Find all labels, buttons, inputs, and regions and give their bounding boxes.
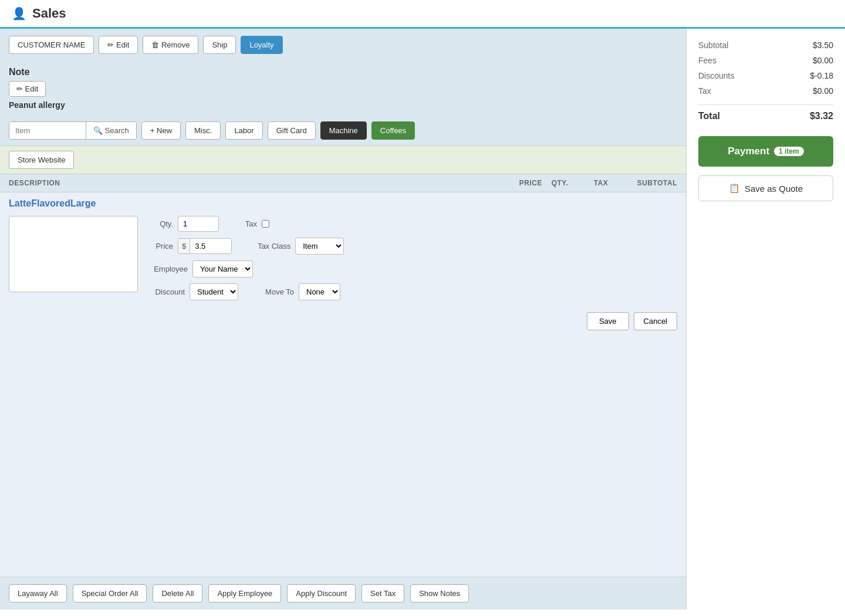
remove-button[interactable]: 🗑 Remove: [143, 36, 198, 54]
tax-class-select[interactable]: Item None Custom: [295, 238, 344, 255]
discounts-row: Discounts $-0.18: [698, 71, 833, 80]
tax-value: $0.00: [813, 86, 833, 96]
tax-label: Tax: [698, 86, 711, 96]
tax-class-label: Tax Class: [249, 242, 290, 251]
delete-all-button[interactable]: Delete All: [153, 584, 202, 603]
gift-card-button[interactable]: Gift Card: [268, 121, 316, 140]
item-action-row: Save Cancel: [147, 312, 677, 330]
discounts-value: $-0.18: [810, 71, 833, 80]
coffees-button[interactable]: Coffees: [371, 121, 415, 140]
payment-item-count: 1 item: [774, 147, 804, 156]
tax-checkbox[interactable]: [262, 220, 269, 228]
customer-bar: CUSTOMER NAME ✏ Edit 🗑 Remove Ship Loyal…: [0, 29, 686, 61]
apply-discount-button[interactable]: Apply Discount: [287, 584, 356, 603]
item-fields: Qty. Tax Price $: [147, 216, 677, 330]
price-input[interactable]: [190, 239, 231, 253]
qty-label: Qty.: [147, 219, 173, 228]
subtotal-value: $3.50: [813, 40, 833, 50]
apply-employee-button[interactable]: Apply Employee: [208, 584, 281, 603]
table-header: DESCRIPTION PRICE QTY. TAX SUBTOTAL: [0, 174, 686, 192]
left-panel: CUSTOMER NAME ✏ Edit 🗑 Remove Ship Loyal…: [0, 29, 687, 610]
fees-label: Fees: [698, 56, 716, 65]
edit-button[interactable]: ✏ Edit: [99, 36, 138, 54]
right-panel: Subtotal $3.50 Fees $0.00 Discounts $-0.…: [687, 29, 845, 610]
employee-field-row: Employee Your Name Other: [147, 260, 677, 277]
search-button[interactable]: 🔍 Search: [86, 122, 136, 139]
save-quote-label: Save as Quote: [745, 184, 803, 194]
subtotal-row: Subtotal $3.50: [698, 40, 833, 50]
app-title: Sales: [32, 6, 66, 21]
item-search-group: 🔍 Search: [9, 121, 137, 140]
moveto-select[interactable]: None Other: [299, 283, 340, 300]
price-dollar-symbol: $: [178, 239, 190, 253]
price-input-group: $: [178, 238, 232, 254]
moveto-field-row: Move To None Other: [256, 283, 340, 300]
main-layout: CUSTOMER NAME ✏ Edit 🗑 Remove Ship Loyal…: [0, 29, 845, 610]
note-text: Peanut allergy: [9, 100, 677, 110]
note-title: Note: [9, 67, 677, 77]
price-taxclass-row: Price $ Tax Class Item None Custom: [147, 238, 677, 255]
bottom-bar: Layaway All Special Order All Delete All…: [0, 577, 686, 610]
payment-button[interactable]: Payment 1 item: [698, 136, 833, 167]
subtotal-label: Subtotal: [698, 40, 728, 50]
total-row: Total $3.32: [698, 104, 833, 121]
total-label: Total: [698, 111, 720, 121]
employee-select[interactable]: Your Name Other: [192, 260, 253, 277]
col-price: PRICE: [501, 179, 542, 187]
machine-button[interactable]: Machine: [320, 121, 367, 140]
col-qty: QTY.: [542, 179, 577, 187]
layaway-all-button[interactable]: Layaway All: [9, 584, 67, 603]
new-button[interactable]: + New: [141, 121, 181, 140]
tax-class-field-row: Tax Class Item None Custom: [249, 238, 344, 255]
tax-row: Tax $0.00: [698, 86, 833, 96]
tax-field-row: Tax: [236, 219, 269, 228]
store-bar: Store Website: [0, 145, 686, 174]
col-description: DESCRIPTION: [9, 179, 501, 187]
discounts-label: Discounts: [698, 71, 734, 80]
note-edit-button[interactable]: ✏ Edit: [9, 81, 46, 97]
moveto-label: Move To: [256, 287, 294, 296]
fees-value: $0.00: [813, 56, 833, 65]
item-search-input[interactable]: [9, 122, 86, 139]
note-section: Note ✏ Edit Peanut allergy: [0, 61, 686, 116]
qty-field-row: Qty.: [147, 216, 219, 232]
special-order-all-button[interactable]: Special Order All: [73, 584, 147, 603]
tax-label: Tax: [236, 219, 257, 228]
discount-field-row: Discount Student None Senior: [147, 283, 238, 300]
fees-row: Fees $0.00: [698, 56, 833, 65]
save-quote-button[interactable]: 📋 Save as Quote: [698, 175, 833, 201]
discount-label: Discount: [147, 287, 185, 296]
show-notes-button[interactable]: Show Notes: [410, 584, 469, 603]
app-header: 👤 Sales: [0, 0, 845, 29]
set-tax-button[interactable]: Set Tax: [361, 584, 404, 603]
misc-button[interactable]: Misc.: [185, 121, 221, 140]
item-save-button[interactable]: Save: [587, 312, 629, 330]
item-expanded-row: LatteFlavoredLarge Qty. Tax: [0, 192, 686, 577]
store-website-button[interactable]: Store Website: [9, 151, 74, 169]
item-notes-textarea[interactable]: [9, 216, 138, 292]
customer-name-button[interactable]: CUSTOMER NAME: [9, 36, 94, 54]
sales-icon: 👤: [12, 6, 26, 21]
discount-select[interactable]: Student None Senior: [190, 283, 238, 300]
loyalty-button[interactable]: Loyalty: [241, 36, 282, 54]
col-tax: TAX: [577, 179, 624, 187]
item-notes-area: [9, 216, 138, 330]
item-form-row: Qty. Tax Price $: [9, 216, 677, 330]
item-name: LatteFlavoredLarge: [9, 198, 677, 209]
payment-label: Payment: [728, 145, 769, 157]
item-cancel-button[interactable]: Cancel: [634, 312, 677, 330]
qty-input[interactable]: [178, 216, 219, 232]
ship-button[interactable]: Ship: [203, 36, 236, 54]
item-toolbar: 🔍 Search + New Misc. Labor Gift Card Mac…: [0, 116, 686, 145]
qty-tax-row: Qty. Tax: [147, 216, 677, 232]
labor-button[interactable]: Labor: [225, 121, 262, 140]
price-label: Price: [147, 242, 173, 251]
discount-moveto-row: Discount Student None Senior Move To Non…: [147, 283, 677, 300]
col-subtotal: SUBTOTAL: [624, 179, 677, 187]
total-value: $3.32: [810, 111, 833, 121]
price-field-row: Price $: [147, 238, 232, 254]
save-quote-icon: 📋: [729, 183, 740, 194]
employee-label: Employee: [147, 265, 188, 273]
